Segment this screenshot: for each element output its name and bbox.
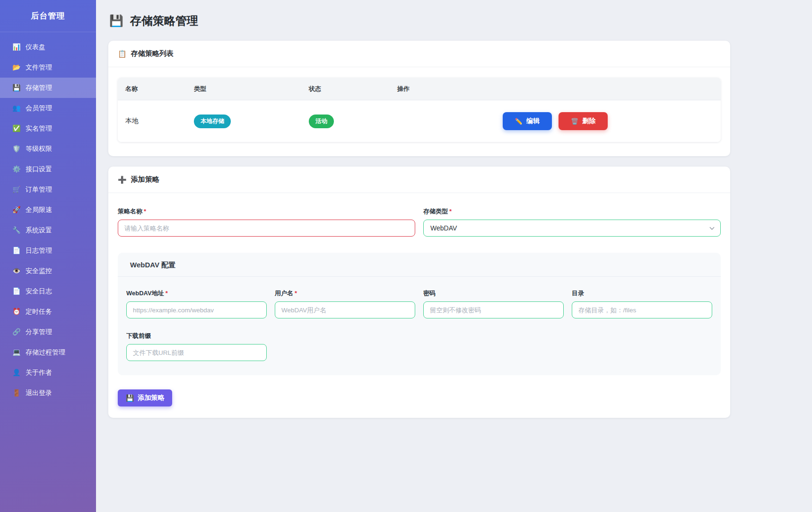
required-asterisk: * — [449, 208, 452, 215]
table-header-cell: 状态 — [309, 85, 397, 93]
webdav-config-section: WebDAV 配置 WebDAV地址* 用户名* — [118, 253, 721, 375]
sidebar-item-cron[interactable]: ⏰定时任务 — [0, 301, 96, 322]
policy-name-input[interactable] — [118, 220, 415, 237]
required-asterisk: * — [295, 290, 297, 297]
folder-icon: 📂 — [12, 62, 21, 72]
add-policy-card: ➕ 添加策略 策略名称* 存储类型* WebDAV — [108, 167, 730, 418]
webdav-address-field: WebDAV地址* — [126, 289, 267, 318]
sidebar-item-api[interactable]: ⚙️接口设置 — [0, 159, 96, 179]
sidebar-item-label: 会员管理 — [26, 103, 52, 113]
sidebar-item-logout[interactable]: 🚪退出登录 — [0, 383, 96, 403]
sidebar-item-label: 分享管理 — [26, 327, 52, 337]
add-policy-card-header: ➕ 添加策略 — [108, 167, 730, 193]
sidebar-item-levels[interactable]: 🛡️等级权限 — [0, 139, 96, 159]
cart-icon: 🛒 — [12, 185, 21, 194]
check-mark-icon: ✅ — [12, 124, 21, 133]
sidebar-item-security-logs[interactable]: 📄安全日志 — [0, 281, 96, 301]
download-prefix-field: 下载前缀 — [126, 332, 267, 361]
policy-table-row: 本地 本地存储 活动 ✏️ 编辑 🗑️ 删除 — [118, 100, 721, 142]
sidebar-item-label: 关于作者 — [26, 368, 52, 378]
required-asterisk: * — [166, 290, 168, 297]
storage-type-field: 存储类型* WebDAV — [423, 207, 721, 237]
sidebar-item-files[interactable]: 📂文件管理 — [0, 57, 96, 78]
policy-type-cell: 本地存储 — [194, 115, 309, 128]
sidebar-item-label: 存储过程管理 — [26, 347, 65, 357]
sidebar-item-label: 文件管理 — [26, 62, 52, 72]
clipboard-icon: 📋 — [118, 50, 127, 58]
sidebar-item-label: 定时任务 — [26, 307, 52, 317]
eye-icon: 👁️ — [12, 266, 21, 276]
delete-button-label: 删除 — [582, 117, 595, 125]
sidebar-item-label: 存储管理 — [26, 83, 52, 93]
table-header-cell: 类型 — [194, 85, 309, 93]
add-policy-form: 策略名称* 存储类型* WebDAV WebDAV 配置 — [108, 193, 730, 418]
sidebar-item-dashboard[interactable]: 📊仪表盘 — [0, 37, 96, 57]
sidebar-item-procedures[interactable]: 💻存储过程管理 — [0, 342, 96, 362]
laptop-icon: 💻 — [12, 347, 21, 357]
policy-table-header-row: 名称类型状态操作 — [118, 78, 721, 100]
sidebar-item-logs[interactable]: 📄日志管理 — [0, 240, 96, 261]
policy-list-card: 📋 存储策略列表 名称类型状态操作 本地 本地存储 活动 ✏️ — [108, 41, 730, 156]
rocket-icon: 🚀 — [12, 205, 21, 215]
webdav-directory-label: 目录 — [572, 289, 712, 298]
sidebar-item-storage[interactable]: 💾存储管理 — [0, 78, 96, 98]
sidebar-item-label: 全局限速 — [26, 205, 52, 215]
sidebar-item-shares[interactable]: 🔗分享管理 — [0, 322, 96, 342]
plus-icon: ➕ — [118, 176, 127, 184]
status-badge: 活动 — [309, 115, 334, 128]
table-header-cell: 名称 — [125, 85, 194, 93]
sidebar-item-about[interactable]: 👤关于作者 — [0, 362, 96, 383]
policy-name-label: 策略名称* — [118, 207, 415, 216]
storage-type-select[interactable]: WebDAV — [423, 220, 721, 237]
floppy-disk-icon: 💾 — [12, 83, 21, 93]
required-asterisk: * — [144, 208, 146, 215]
document-icon: 📄 — [12, 286, 21, 296]
shield-icon: 🛡️ — [12, 144, 21, 154]
webdav-directory-input[interactable] — [572, 301, 712, 318]
policy-status-cell: 活动 — [309, 115, 397, 128]
add-policy-submit-button[interactable]: 💾 添加策略 — [118, 389, 172, 406]
bar-chart-icon: 📊 — [12, 42, 21, 52]
sidebar-item-label: 仪表盘 — [26, 42, 45, 52]
sidebar: 后台管理 📊仪表盘📂文件管理💾存储管理👥会员管理✅实名管理🛡️等级权限⚙️接口设… — [0, 0, 96, 512]
edit-button-label: 编辑 — [526, 117, 540, 125]
policy-name-cell: 本地 — [125, 117, 194, 125]
sidebar-item-label: 等级权限 — [26, 144, 52, 154]
storage-type-label: 存储类型* — [423, 207, 721, 216]
sidebar-item-label: 安全日志 — [26, 286, 52, 296]
webdav-password-label: 密码 — [423, 289, 564, 298]
document-icon: 📄 — [12, 246, 21, 256]
add-policy-submit-label: 添加策略 — [138, 394, 164, 402]
webdav-address-label: WebDAV地址* — [126, 289, 267, 298]
app-title: 后台管理 — [0, 0, 96, 32]
edit-button[interactable]: ✏️ 编辑 — [503, 112, 552, 130]
delete-button[interactable]: 🗑️ 删除 — [559, 112, 608, 130]
webdav-password-input[interactable] — [423, 301, 564, 318]
gear-icon: ⚙️ — [12, 164, 21, 174]
sidebar-item-realname[interactable]: ✅实名管理 — [0, 118, 96, 139]
sidebar-item-system[interactable]: 🔧系统设置 — [0, 220, 96, 240]
sidebar-item-label: 接口设置 — [26, 164, 52, 174]
sidebar-item-orders[interactable]: 🛒订单管理 — [0, 179, 96, 200]
sidebar-item-label: 安全监控 — [26, 266, 52, 276]
sidebar-item-security-monitor[interactable]: 👁️安全监控 — [0, 261, 96, 281]
webdav-directory-field: 目录 — [572, 289, 712, 318]
sidebar-item-ratelimit[interactable]: 🚀全局限速 — [0, 200, 96, 220]
policy-table: 名称类型状态操作 本地 本地存储 活动 ✏️ 编辑 — [118, 78, 721, 142]
user-icon: 👤 — [12, 368, 21, 378]
add-policy-title: 添加策略 — [131, 175, 159, 184]
webdav-username-input[interactable] — [275, 301, 415, 318]
sidebar-item-label: 订单管理 — [26, 185, 52, 194]
sidebar-item-label: 日志管理 — [26, 246, 52, 256]
download-prefix-label: 下载前缀 — [126, 332, 267, 340]
sidebar-menu: 📊仪表盘📂文件管理💾存储管理👥会员管理✅实名管理🛡️等级权限⚙️接口设置🛒订单管… — [0, 32, 96, 403]
door-icon: 🚪 — [12, 388, 21, 398]
pencil-icon: ✏️ — [515, 118, 523, 125]
page-title: 存储策略管理 — [130, 13, 198, 28]
policy-name-field: 策略名称* — [118, 207, 415, 237]
webdav-address-input[interactable] — [126, 301, 267, 318]
download-prefix-input[interactable] — [126, 344, 267, 361]
policy-list-card-header: 📋 存储策略列表 — [108, 41, 730, 67]
sidebar-item-members[interactable]: 👥会员管理 — [0, 98, 96, 118]
table-header-cell: 操作 — [397, 85, 713, 93]
